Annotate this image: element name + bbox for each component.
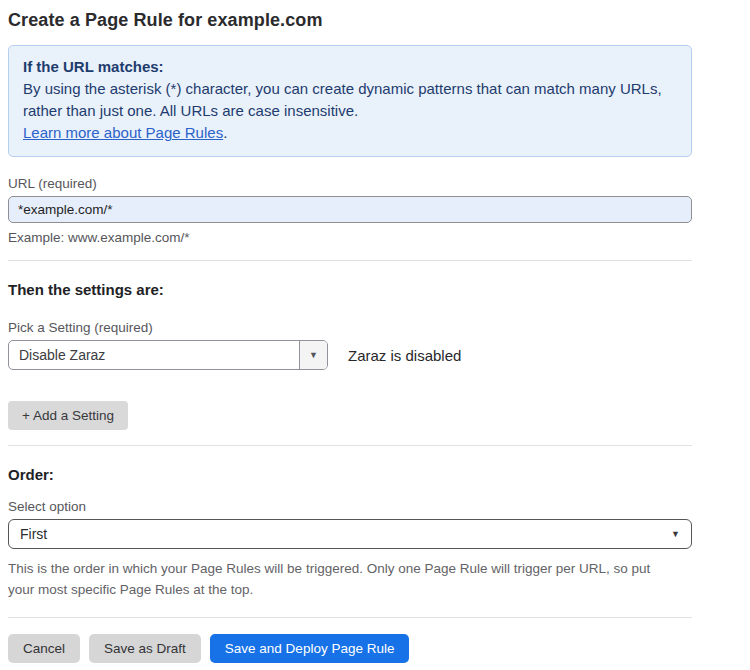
- info-box-link-line: Learn more about Page Rules.: [23, 122, 677, 144]
- save-and-deploy-button[interactable]: Save and Deploy Page Rule: [210, 634, 410, 663]
- url-input[interactable]: [8, 196, 692, 223]
- settings-section-heading: Then the settings are:: [8, 281, 692, 298]
- page-rule-form: Create a Page Rule for example.com If th…: [8, 0, 692, 663]
- caret-down-icon: ▼: [671, 529, 680, 539]
- order-select-value: First: [20, 526, 47, 542]
- setting-picker-label: Pick a Setting (required): [8, 320, 692, 335]
- save-as-draft-button[interactable]: Save as Draft: [89, 634, 201, 663]
- form-actions: Cancel Save as Draft Save and Deploy Pag…: [8, 634, 692, 663]
- setting-row: Disable Zaraz ▼ Zaraz is disabled: [8, 340, 692, 370]
- order-helper-text: This is the order in which your Page Rul…: [8, 558, 668, 600]
- link-suffix: .: [223, 124, 227, 141]
- setting-dropdown-value: Disable Zaraz: [9, 341, 299, 369]
- page-title: Create a Page Rule for example.com: [8, 10, 692, 31]
- url-field-label: URL (required): [8, 176, 692, 191]
- cancel-button[interactable]: Cancel: [8, 634, 80, 663]
- divider: [8, 617, 692, 618]
- divider: [8, 260, 692, 261]
- order-select[interactable]: First ▼: [8, 519, 692, 549]
- order-select-label: Select option: [8, 499, 692, 514]
- add-setting-button[interactable]: + Add a Setting: [8, 401, 128, 430]
- learn-more-link[interactable]: Learn more about Page Rules: [23, 124, 223, 141]
- url-field-helper: Example: www.example.com/*: [8, 230, 692, 245]
- info-box-heading: If the URL matches:: [23, 56, 677, 78]
- url-match-info-box: If the URL matches: By using the asteris…: [8, 45, 692, 157]
- setting-status-text: Zaraz is disabled: [348, 347, 461, 364]
- setting-dropdown[interactable]: Disable Zaraz ▼: [8, 340, 328, 370]
- divider: [8, 445, 692, 446]
- caret-down-icon[interactable]: ▼: [299, 341, 327, 369]
- info-box-body: By using the asterisk (*) character, you…: [23, 78, 677, 122]
- order-section-heading: Order:: [8, 466, 692, 483]
